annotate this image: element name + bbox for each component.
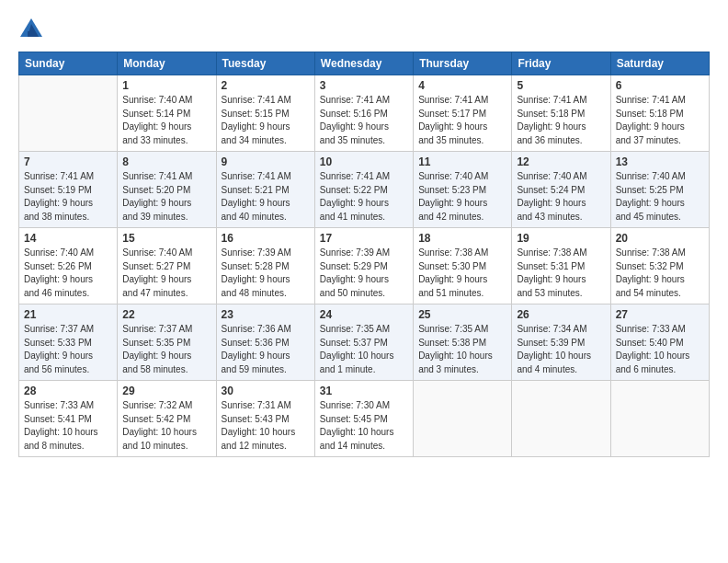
calendar-cell: 25Sunrise: 7:35 AM Sunset: 5:38 PM Dayli… [414, 304, 512, 381]
day-info: Sunrise: 7:40 AM Sunset: 5:27 PM Dayligh… [122, 247, 210, 300]
day-number: 17 [320, 232, 408, 245]
day-info: Sunrise: 7:41 AM Sunset: 5:15 PM Dayligh… [222, 94, 310, 147]
day-info: Sunrise: 7:41 AM Sunset: 5:18 PM Dayligh… [517, 94, 605, 147]
svg-rect-2 [28, 31, 35, 37]
calendar-cell [512, 381, 610, 457]
calendar-cell: 26Sunrise: 7:34 AM Sunset: 5:39 PM Dayli… [512, 304, 610, 381]
day-info: Sunrise: 7:37 AM Sunset: 5:33 PM Dayligh… [24, 323, 112, 376]
day-number: 19 [517, 232, 605, 245]
day-number: 24 [320, 308, 408, 321]
day-number: 31 [320, 385, 408, 397]
calendar-cell: 23Sunrise: 7:36 AM Sunset: 5:36 PM Dayli… [216, 304, 314, 381]
day-number: 26 [517, 308, 605, 321]
day-info: Sunrise: 7:41 AM Sunset: 5:16 PM Dayligh… [320, 94, 408, 147]
day-number: 21 [24, 308, 112, 321]
calendar-cell: 31Sunrise: 7:30 AM Sunset: 5:45 PM Dayli… [314, 381, 413, 457]
day-number: 10 [320, 155, 408, 168]
calendar-cell: 22Sunrise: 7:37 AM Sunset: 5:35 PM Dayli… [118, 304, 216, 381]
calendar-cell: 4Sunrise: 7:41 AM Sunset: 5:17 PM Daylig… [414, 75, 512, 152]
day-info: Sunrise: 7:40 AM Sunset: 5:23 PM Dayligh… [418, 170, 506, 224]
day-info: Sunrise: 7:32 AM Sunset: 5:42 PM Dayligh… [122, 399, 210, 453]
day-info: Sunrise: 7:38 AM Sunset: 5:31 PM Dayligh… [517, 247, 605, 300]
day-number: 1 [122, 79, 210, 92]
day-info: Sunrise: 7:38 AM Sunset: 5:32 PM Dayligh… [616, 247, 704, 300]
calendar-cell: 19Sunrise: 7:38 AM Sunset: 5:31 PM Dayli… [512, 228, 610, 304]
weekday-header-tuesday: Tuesday [216, 52, 314, 75]
day-number: 25 [418, 308, 506, 321]
day-info: Sunrise: 7:35 AM Sunset: 5:38 PM Dayligh… [418, 323, 506, 376]
day-info: Sunrise: 7:35 AM Sunset: 5:37 PM Dayligh… [320, 323, 408, 376]
day-number: 7 [24, 155, 112, 168]
calendar-cell: 29Sunrise: 7:32 AM Sunset: 5:42 PM Dayli… [118, 381, 216, 457]
day-number: 4 [418, 79, 506, 92]
calendar-cell: 14Sunrise: 7:40 AM Sunset: 5:26 PM Dayli… [19, 228, 118, 304]
day-number: 30 [222, 385, 310, 397]
day-number: 11 [418, 155, 506, 168]
calendar-cell: 24Sunrise: 7:35 AM Sunset: 5:37 PM Dayli… [314, 304, 413, 381]
calendar-cell [610, 381, 709, 457]
calendar-cell: 12Sunrise: 7:40 AM Sunset: 5:24 PM Dayli… [512, 152, 610, 228]
weekday-header-thursday: Thursday [414, 52, 512, 75]
calendar-header-row: SundayMondayTuesdayWednesdayThursdayFrid… [19, 52, 710, 75]
day-info: Sunrise: 7:40 AM Sunset: 5:26 PM Dayligh… [24, 247, 112, 300]
page: SundayMondayTuesdayWednesdayThursdayFrid… [0, 0, 728, 563]
calendar-cell: 30Sunrise: 7:31 AM Sunset: 5:43 PM Dayli… [216, 381, 314, 457]
header [18, 17, 710, 42]
calendar-cell: 13Sunrise: 7:40 AM Sunset: 5:25 PM Dayli… [610, 152, 709, 228]
day-number: 3 [320, 79, 408, 92]
calendar-cell [19, 75, 118, 152]
day-info: Sunrise: 7:33 AM Sunset: 5:41 PM Dayligh… [24, 399, 112, 453]
day-info: Sunrise: 7:40 AM Sunset: 5:14 PM Dayligh… [122, 94, 210, 147]
calendar-week-row: 28Sunrise: 7:33 AM Sunset: 5:41 PM Dayli… [19, 381, 710, 457]
day-info: Sunrise: 7:39 AM Sunset: 5:28 PM Dayligh… [222, 247, 310, 300]
calendar-cell: 28Sunrise: 7:33 AM Sunset: 5:41 PM Dayli… [19, 381, 118, 457]
day-info: Sunrise: 7:39 AM Sunset: 5:29 PM Dayligh… [320, 247, 408, 300]
day-info: Sunrise: 7:38 AM Sunset: 5:30 PM Dayligh… [418, 247, 506, 300]
calendar-cell [414, 381, 512, 457]
calendar-cell: 2Sunrise: 7:41 AM Sunset: 5:15 PM Daylig… [216, 75, 314, 152]
day-info: Sunrise: 7:33 AM Sunset: 5:40 PM Dayligh… [616, 323, 704, 376]
calendar-cell: 11Sunrise: 7:40 AM Sunset: 5:23 PM Dayli… [414, 152, 512, 228]
logo [18, 17, 48, 42]
day-number: 28 [24, 385, 112, 397]
calendar-cell: 21Sunrise: 7:37 AM Sunset: 5:33 PM Dayli… [19, 304, 118, 381]
day-info: Sunrise: 7:37 AM Sunset: 5:35 PM Dayligh… [122, 323, 210, 376]
day-number: 5 [517, 79, 605, 92]
day-info: Sunrise: 7:40 AM Sunset: 5:25 PM Dayligh… [616, 170, 704, 224]
calendar: SundayMondayTuesdayWednesdayThursdayFrid… [18, 52, 710, 457]
day-number: 13 [616, 155, 704, 168]
weekday-header-sunday: Sunday [19, 52, 118, 75]
day-info: Sunrise: 7:41 AM Sunset: 5:17 PM Dayligh… [418, 94, 506, 147]
calendar-cell: 3Sunrise: 7:41 AM Sunset: 5:16 PM Daylig… [314, 75, 413, 152]
day-number: 9 [222, 155, 310, 168]
calendar-cell: 10Sunrise: 7:41 AM Sunset: 5:22 PM Dayli… [314, 152, 413, 228]
calendar-cell: 8Sunrise: 7:41 AM Sunset: 5:20 PM Daylig… [118, 152, 216, 228]
day-number: 23 [222, 308, 310, 321]
calendar-cell: 9Sunrise: 7:41 AM Sunset: 5:21 PM Daylig… [216, 152, 314, 228]
logo-icon [18, 17, 44, 42]
calendar-cell: 15Sunrise: 7:40 AM Sunset: 5:27 PM Dayli… [118, 228, 216, 304]
weekday-header-wednesday: Wednesday [314, 52, 413, 75]
day-info: Sunrise: 7:41 AM Sunset: 5:21 PM Dayligh… [222, 170, 310, 224]
calendar-cell: 27Sunrise: 7:33 AM Sunset: 5:40 PM Dayli… [610, 304, 709, 381]
calendar-cell: 7Sunrise: 7:41 AM Sunset: 5:19 PM Daylig… [19, 152, 118, 228]
day-info: Sunrise: 7:31 AM Sunset: 5:43 PM Dayligh… [222, 399, 310, 453]
calendar-cell: 17Sunrise: 7:39 AM Sunset: 5:29 PM Dayli… [314, 228, 413, 304]
day-info: Sunrise: 7:41 AM Sunset: 5:19 PM Dayligh… [24, 170, 112, 224]
calendar-cell: 6Sunrise: 7:41 AM Sunset: 5:18 PM Daylig… [610, 75, 709, 152]
calendar-cell: 5Sunrise: 7:41 AM Sunset: 5:18 PM Daylig… [512, 75, 610, 152]
calendar-week-row: 21Sunrise: 7:37 AM Sunset: 5:33 PM Dayli… [19, 304, 710, 381]
day-number: 29 [122, 385, 210, 397]
day-number: 8 [122, 155, 210, 168]
calendar-week-row: 7Sunrise: 7:41 AM Sunset: 5:19 PM Daylig… [19, 152, 710, 228]
day-number: 12 [517, 155, 605, 168]
weekday-header-monday: Monday [118, 52, 216, 75]
calendar-cell: 16Sunrise: 7:39 AM Sunset: 5:28 PM Dayli… [216, 228, 314, 304]
day-number: 22 [122, 308, 210, 321]
day-info: Sunrise: 7:41 AM Sunset: 5:18 PM Dayligh… [616, 94, 704, 147]
calendar-week-row: 1Sunrise: 7:40 AM Sunset: 5:14 PM Daylig… [19, 75, 710, 152]
calendar-cell: 20Sunrise: 7:38 AM Sunset: 5:32 PM Dayli… [610, 228, 709, 304]
calendar-cell: 1Sunrise: 7:40 AM Sunset: 5:14 PM Daylig… [118, 75, 216, 152]
day-number: 18 [418, 232, 506, 245]
calendar-week-row: 14Sunrise: 7:40 AM Sunset: 5:26 PM Dayli… [19, 228, 710, 304]
